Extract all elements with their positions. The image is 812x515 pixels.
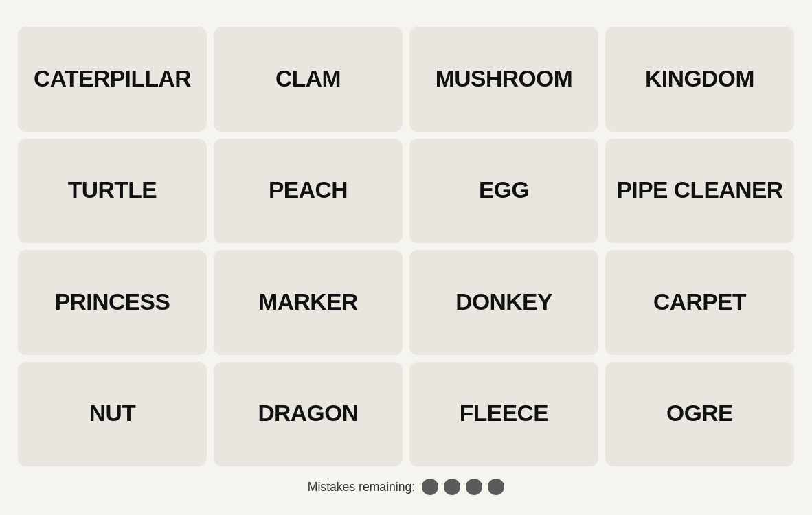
word-label-nut: NUT [89, 401, 136, 426]
word-card-ogre[interactable]: OGRE [605, 362, 794, 467]
word-card-turtle[interactable]: TURTLE [18, 139, 207, 244]
word-label-mushroom: MUSHROOM [436, 67, 572, 92]
word-card-nut[interactable]: NUT [18, 362, 207, 467]
word-grid: CATERPILLARCLAMMUSHROOMKINGDOMTURTLEPEAC… [11, 20, 801, 473]
mistakes-label: Mistakes remaining: [308, 480, 415, 494]
word-label-ogre: OGRE [666, 401, 733, 426]
mistakes-dots [422, 479, 504, 495]
word-label-princess: PRINCESS [55, 290, 170, 315]
word-card-peach[interactable]: PEACH [214, 139, 403, 244]
mistake-dot-1 [422, 479, 438, 495]
word-label-marker: MARKER [258, 290, 357, 315]
word-label-peach: PEACH [269, 178, 348, 203]
word-card-donkey[interactable]: DONKEY [409, 250, 598, 355]
word-card-princess[interactable]: PRINCESS [18, 250, 207, 355]
word-label-egg: EGG [479, 178, 529, 203]
word-card-fleece[interactable]: FLEECE [409, 362, 598, 467]
word-card-dragon[interactable]: DRAGON [214, 362, 403, 467]
word-label-carpet: CARPET [653, 290, 746, 315]
word-label-dragon: DRAGON [258, 401, 358, 426]
word-card-marker[interactable]: MARKER [214, 250, 403, 355]
word-label-clam: CLAM [275, 67, 341, 92]
word-card-pipe-cleaner[interactable]: PIPE CLEANER [605, 139, 794, 244]
word-card-mushroom[interactable]: MUSHROOM [409, 27, 598, 132]
word-card-caterpillar[interactable]: CATERPILLAR [18, 27, 207, 132]
word-label-donkey: DONKEY [455, 290, 552, 315]
mistake-dot-2 [444, 479, 460, 495]
word-label-pipe-cleaner: PIPE CLEANER [616, 178, 782, 203]
word-card-carpet[interactable]: CARPET [605, 250, 794, 355]
word-label-fleece: FLEECE [460, 401, 548, 426]
mistake-dot-4 [488, 479, 504, 495]
word-card-egg[interactable]: EGG [409, 139, 598, 244]
word-card-kingdom[interactable]: KINGDOM [605, 27, 794, 132]
mistake-dot-3 [466, 479, 482, 495]
word-card-clam[interactable]: CLAM [214, 27, 403, 132]
word-label-caterpillar: CATERPILLAR [34, 67, 191, 92]
mistakes-row: Mistakes remaining: [308, 479, 504, 495]
word-label-kingdom: KINGDOM [645, 67, 754, 92]
word-label-turtle: TURTLE [68, 178, 157, 203]
